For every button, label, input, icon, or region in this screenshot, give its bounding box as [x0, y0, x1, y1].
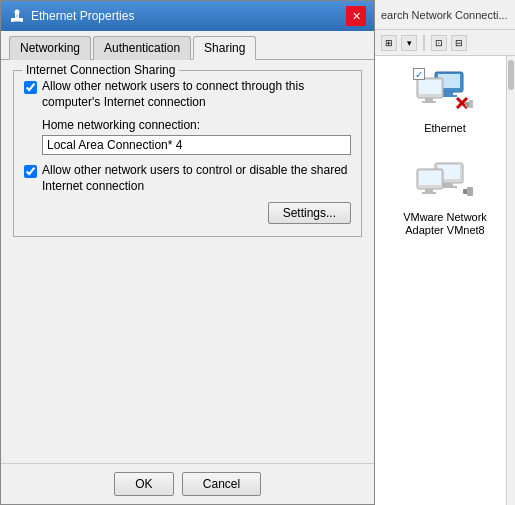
- svg-rect-22: [467, 187, 473, 196]
- footer: OK Cancel: [1, 463, 374, 504]
- checkbox-row-2: Allow other network users to control or …: [24, 163, 351, 194]
- svg-rect-25: [425, 189, 433, 192]
- title-bar: Ethernet Properties ✕: [1, 1, 374, 31]
- allow-connect-checkbox[interactable]: [24, 81, 37, 94]
- ok-button[interactable]: OK: [114, 472, 174, 496]
- search-bar-text: earch Network Connecti...: [381, 9, 508, 21]
- ethernet-network-item[interactable]: ✓: [379, 64, 511, 139]
- settings-button[interactable]: Settings...: [268, 202, 351, 224]
- allow-control-checkbox[interactable]: [24, 165, 37, 178]
- right-panel-toolbar: ⊞ ▾ ⊡ ⊟: [375, 30, 515, 56]
- network-items-list: ✓: [375, 56, 515, 505]
- vmware-label: VMware NetworkAdapter VMnet8: [403, 211, 487, 237]
- home-network-input[interactable]: [42, 135, 351, 155]
- tabs-bar: Networking Authentication Sharing: [1, 31, 374, 60]
- cancel-button[interactable]: Cancel: [182, 472, 261, 496]
- internet-connection-sharing-group: Internet Connection Sharing Allow other …: [13, 70, 362, 237]
- svg-rect-4: [13, 21, 21, 22]
- tab-sharing[interactable]: Sharing: [193, 36, 256, 60]
- tab-networking[interactable]: Networking: [9, 36, 91, 60]
- svg-rect-26: [422, 192, 436, 194]
- scrollbar-thumb[interactable]: [508, 60, 514, 90]
- svg-rect-7: [443, 92, 453, 95]
- svg-rect-15: [425, 98, 433, 101]
- settings-row: Settings...: [24, 202, 351, 224]
- svg-point-2: [15, 10, 20, 15]
- toolbar-divider: [423, 35, 425, 51]
- toolbar-icon-4[interactable]: ⊟: [451, 35, 467, 51]
- ethernet-label: Ethernet: [424, 122, 466, 135]
- close-button[interactable]: ✕: [346, 6, 366, 26]
- svg-rect-12: [469, 100, 473, 108]
- group-legend: Internet Connection Sharing: [22, 63, 179, 77]
- network-search-bar: earch Network Connecti...: [375, 0, 515, 30]
- toolbar-icon-2[interactable]: ▾: [401, 35, 417, 51]
- tab-content: Internet Connection Sharing Allow other …: [1, 60, 374, 463]
- ethernet-icon-wrapper: ✓: [413, 68, 477, 118]
- toolbar-icon-1[interactable]: ⊞: [381, 35, 397, 51]
- svg-rect-24: [419, 171, 441, 185]
- title-bar-left: Ethernet Properties: [9, 8, 134, 24]
- svg-rect-19: [443, 183, 453, 186]
- title-text: Ethernet Properties: [31, 9, 134, 23]
- home-network-label: Home networking connection:: [42, 118, 351, 132]
- svg-rect-3: [17, 15, 18, 18]
- ethernet-checkbox-overlay: ✓: [413, 68, 425, 80]
- toolbar-icon-3[interactable]: ⊡: [431, 35, 447, 51]
- allow-control-label: Allow other network users to control or …: [42, 163, 351, 194]
- title-icon: [9, 8, 25, 24]
- svg-rect-16: [422, 101, 436, 103]
- dialog-window: Ethernet Properties ✕ Networking Authent…: [0, 0, 375, 505]
- vmware-icon: [413, 159, 477, 207]
- vmware-network-item[interactable]: VMware NetworkAdapter VMnet8: [379, 155, 511, 241]
- checkbox-row-1: Allow other network users to connect thr…: [24, 79, 351, 110]
- right-panel: earch Network Connecti... ⊞ ▾ ⊡ ⊟ ✓: [375, 0, 515, 505]
- svg-rect-14: [419, 80, 441, 94]
- tab-authentication[interactable]: Authentication: [93, 36, 191, 60]
- allow-connect-label: Allow other network users to connect thr…: [42, 79, 351, 110]
